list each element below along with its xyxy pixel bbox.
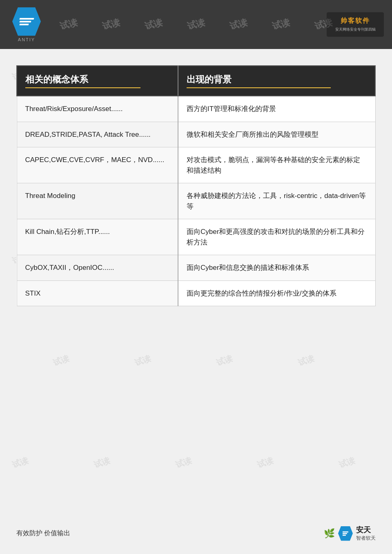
footer-brand-area: 安天 智者软天: [356, 525, 376, 542]
col1-header-text: 相关的概念体系: [25, 74, 88, 85]
table-row: STIX面向更完整的综合性的情报分析/作业/交换的体系: [17, 280, 375, 306]
pwm-body-20: 试读: [93, 455, 112, 471]
pwm-body-23: 试读: [338, 455, 357, 471]
table-row: Threat/Risk/Exposure/Asset......西方的IT管理和…: [17, 96, 375, 122]
wm-3: 试读: [143, 16, 164, 33]
col1-underline: [25, 87, 140, 88]
logo-line-2: [19, 21, 31, 22]
logo-shape: [12, 7, 41, 36]
header-right-logo: 帅客软件 安天网络安全专刊第四辑: [327, 12, 384, 37]
table-cell-col1: Threat/Risk/Exposure/Asset......: [17, 96, 178, 122]
header-right: 帅客软件 安天网络安全专刊第四辑: [318, 8, 384, 41]
main-content: 相关的概念体系 出现的背景 Threat/Risk/Exposure/Asset…: [0, 49, 392, 318]
table-row: Kill Chain,钻石分析,TTP......面向Cyber和更高强度的攻击…: [17, 219, 375, 255]
watermark-row: 试读 试读 试读 试读 试读 试读 试读: [60, 18, 332, 31]
footer-logo-svg: [341, 530, 350, 538]
logo-text: ANTIY: [18, 37, 35, 42]
right-logo-title: 帅客软件: [335, 17, 376, 25]
pwm-body-15: 试读: [52, 353, 71, 369]
footer: 有效防护 价值输出 🌿 安天 智者软天: [0, 525, 392, 542]
main-table: 相关的概念体系 出现的背景 Threat/Risk/Exposure/Asset…: [16, 65, 376, 306]
wm-1: 试读: [58, 16, 79, 33]
pwm-body-21: 试读: [174, 455, 194, 471]
pwm-body-19: 试读: [11, 455, 30, 471]
wm-5: 试读: [228, 16, 249, 33]
col2-header-text: 出现的背景: [187, 74, 232, 85]
table-cell-col2: 微软和相关安全厂商所推出的风险管理模型: [178, 122, 375, 147]
table-row: DREAD,STRIDE,PASTA, Attack Tree......微软和…: [17, 122, 375, 147]
header: ANTIY 试读 试读 试读 试读 试读 试读 试读 帅客软件 安天网络安全专刊…: [0, 0, 392, 49]
wm-6: 试读: [271, 16, 291, 33]
table-row: CybOX,TAXII，OpenIOC......面向Cyber和信息交换的描述…: [17, 255, 375, 281]
table-cell-col1: CAPEC,CWE,CVE,CVRF，MAEC，NVD......: [17, 147, 178, 183]
col1-header: 相关的概念体系: [17, 66, 178, 96]
pwm-body-18: 试读: [297, 353, 316, 369]
logo-line-1: [19, 18, 34, 20]
pwm-body-16: 试读: [134, 353, 153, 369]
footer-left-text: 有效防护 价值输出: [16, 529, 70, 538]
wm-2: 试读: [101, 16, 121, 33]
wm-4: 试读: [186, 16, 206, 33]
pwm-body-17: 试读: [215, 353, 234, 369]
table-cell-col1: STIX: [17, 280, 178, 306]
col2-header: 出现的背景: [178, 66, 375, 96]
footer-bird-icon: 🌿: [324, 528, 335, 539]
logo: ANTIY: [8, 6, 45, 43]
table-row: CAPEC,CWE,CVE,CVRF，MAEC，NVD......对攻击模式，脆…: [17, 147, 375, 183]
footer-antiy-icon: [338, 526, 353, 541]
table-cell-col2: 面向Cyber和信息交换的描述和标准体系: [178, 255, 375, 281]
table-cell-col1: CybOX,TAXII，OpenIOC......: [17, 255, 178, 281]
table-row: Threat Modeling各种威胁建模的方法论，工具，risk-centri…: [17, 183, 375, 219]
table-cell-col1: DREAD,STRIDE,PASTA, Attack Tree......: [17, 122, 178, 147]
footer-brand-sub: 智者软天: [356, 535, 376, 542]
col2-underline: [187, 87, 331, 88]
right-logo-sub: 安天网络安全专刊第四辑: [335, 27, 376, 32]
table-body: Threat/Risk/Exposure/Asset......西方的IT管理和…: [17, 96, 375, 306]
table-cell-col2: 对攻击模式，脆弱点，漏洞等各种基础的安全元素的标定和描述结构: [178, 147, 375, 183]
logo-line-3: [19, 24, 29, 25]
table-cell-col1: Threat Modeling: [17, 183, 178, 219]
logo-lines: [20, 18, 34, 25]
table-container: 相关的概念体系 出现的背景 Threat/Risk/Exposure/Asset…: [16, 65, 376, 306]
table-cell-col1: Kill Chain,钻石分析,TTP......: [17, 219, 178, 255]
footer-right: 🌿 安天 智者软天: [324, 525, 376, 542]
table-cell-col2: 面向更完整的综合性的情报分析/作业/交换的体系: [178, 280, 375, 306]
table-cell-col2: 各种威胁建模的方法论，工具，risk-centric，data-driven等等: [178, 183, 375, 219]
table-cell-col2: 面向Cyber和更高强度的攻击和对抗的场景的分析工具和分析方法: [178, 219, 375, 255]
table-cell-col2: 西方的IT管理和标准化的背景: [178, 96, 375, 122]
footer-brand: 安天: [356, 525, 376, 535]
pwm-body-22: 试读: [256, 455, 275, 471]
